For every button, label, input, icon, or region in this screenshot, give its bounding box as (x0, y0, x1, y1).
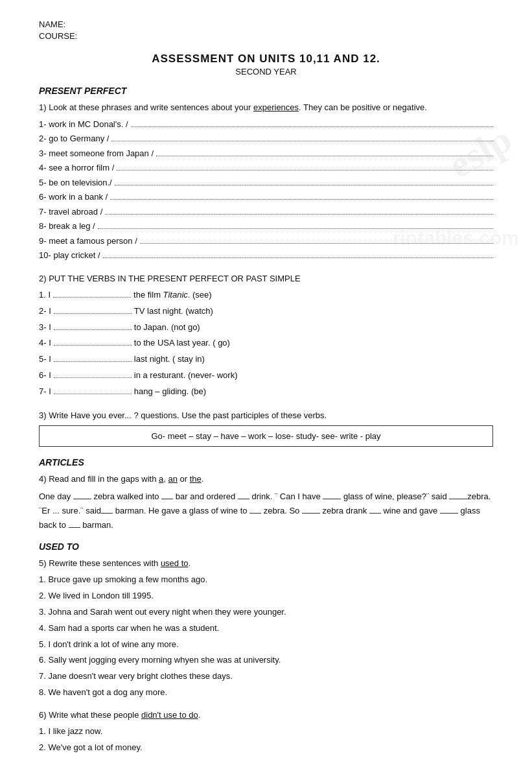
name-course-block: NAME: COURSE: (39, 19, 493, 41)
section-present-perfect: PRESENT PERFECT 1) Look at these phrases… (39, 86, 493, 262)
list-item: 3. Johna and Sarah went out every night … (39, 606, 493, 619)
verb-list: 1. Ithe film Titanic. (see) 2- ITV last … (39, 289, 493, 399)
list-item: 7. Jane doesn't wear very bright clothes… (39, 670, 493, 683)
experiences-list: 1- work in MC Donal's. / 2- go to German… (39, 118, 493, 262)
list-item: 1. Ithe film Titanic. (see) (39, 289, 493, 302)
list-item: 2. We've got a lot of money. (39, 741, 493, 755)
list-item: 5- be on television./ (39, 176, 493, 189)
list-item: 9- meet a famous person / (39, 235, 493, 248)
instruction-1: 1) Look at these phrases and write sente… (39, 101, 493, 114)
used-to-list: 1. Bruce gave up smoking a few months ag… (39, 573, 493, 699)
instruction-4: 4) Read and fill in the gaps with a, an … (39, 473, 493, 486)
list-item: 8- break a leg / (39, 220, 493, 233)
section-used-to: USED TO 5) Rewrite these sentences with … (39, 541, 493, 700)
list-item: 7- Ihang – gliding. (be) (39, 385, 493, 399)
list-item: 5. I don't drink a lot of wine any more. (39, 638, 493, 652)
verb-box: Go- meet – stay – have – work – lose- st… (39, 425, 493, 447)
list-item: 2- ITV last night. (watch) (39, 305, 493, 318)
used-to-header: USED TO (39, 541, 493, 552)
course-label: COURSE: (39, 31, 493, 41)
list-item: 6- Iin a resturant. (never- work) (39, 369, 493, 383)
list-item: 1. I like jazz now. (39, 725, 493, 739)
list-item: 4. Sam had a sports car when he was a st… (39, 622, 493, 635)
list-item: 1. Bruce gave up smoking a few months ag… (39, 573, 493, 587)
articles-header: ARTICLES (39, 457, 493, 468)
page-title: ASSESSMENT ON UNITS 10,11 AND 12. (39, 53, 493, 65)
list-item: 1- work in MC Donal's. / (39, 118, 493, 131)
articles-text: One day zebra walked into bar and ordere… (39, 490, 493, 532)
list-item: 4- Ito the USA last year. ( go) (39, 337, 493, 350)
instruction-3: 3) Write Have you ever... ? questions. U… (39, 409, 493, 422)
instruction-2: 2) PUT THE VERBS IN THE PRESENT PERFECT … (39, 272, 493, 285)
list-item: 3- meet someone from Japan / (39, 147, 493, 160)
present-perfect-header: PRESENT PERFECT (39, 86, 493, 96)
list-item: 5- Ilast night. ( stay in) (39, 353, 493, 366)
instruction-6: 6) Write what these people didn't use to… (39, 709, 493, 722)
list-item: 4- see a horror film / (39, 161, 493, 174)
list-item: 7- travel abroad / (39, 206, 493, 219)
list-item: 6- work in a bank / (39, 191, 493, 204)
list-item: 2- go to Germany / (39, 132, 493, 145)
instruction-5: 5) Rewrite these sentences with used to. (39, 557, 493, 570)
list-item: 6. Sally went jogging every morning whye… (39, 654, 493, 667)
list-item: 8. We haven't got a dog any more. (39, 686, 493, 700)
write-list: 1. I like jazz now. 2. We've got a lot o… (39, 725, 493, 758)
section-didnt-use-to: 6) Write what these people didn't use to… (39, 709, 493, 758)
list-item: 10- play cricket / (39, 249, 493, 262)
section-questions: 3) Write Have you ever... ? questions. U… (39, 409, 493, 447)
section-articles: ARTICLES 4) Read and fill in the gaps wi… (39, 457, 493, 532)
name-label: NAME: (39, 19, 493, 29)
list-item: 3- Ito Japan. (not go) (39, 321, 493, 335)
page-subtitle: SECOND YEAR (39, 67, 493, 77)
section-verbs: 2) PUT THE VERBS IN THE PRESENT PERFECT … (39, 272, 493, 399)
list-item: 2. We lived in London till 1995. (39, 589, 493, 603)
